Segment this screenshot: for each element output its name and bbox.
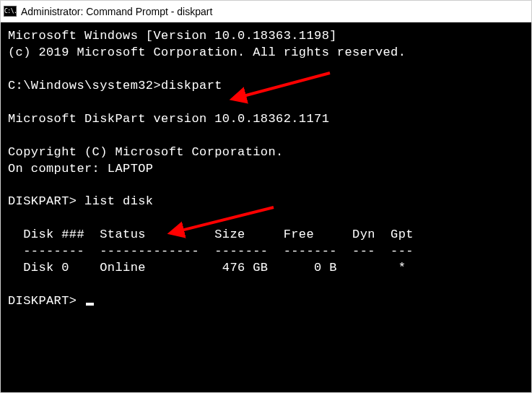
output-line: (c) 2019 Microsoft Corporation. All righ…: [8, 45, 524, 61]
blank-line: [8, 177, 524, 194]
output-line: Microsoft DiskPart version 10.0.18362.11…: [8, 111, 524, 128]
prompt-command: diskpart: [161, 79, 222, 92]
prompt-label: DISKPART>: [8, 294, 84, 308]
cursor: [86, 303, 94, 306]
table-row: Disk 0 Online 476 GB 0 B *: [8, 260, 524, 277]
svg-line-3: [181, 207, 274, 230]
output-line: On computer: LAPTOP: [8, 161, 524, 178]
annotation-arrow-icon: [229, 66, 337, 109]
prompt-path: C:\Windows\system32>: [8, 79, 161, 92]
table-divider: -------- ------------- ------- ------- -…: [8, 243, 524, 260]
blank-line: [8, 277, 524, 293]
titlebar[interactable]: C:\. Administrator: Command Prompt - dis…: [1, 1, 531, 22]
terminal-area[interactable]: Microsoft Windows [Version 10.0.18363.11…: [1, 22, 531, 392]
prompt-line: DISKPART>: [8, 293, 524, 310]
command-prompt-window: C:\. Administrator: Command Prompt - dis…: [0, 0, 532, 393]
window-title: Administrator: Command Prompt - diskpart: [21, 6, 212, 17]
cmd-icon: C:\.: [4, 6, 17, 17]
svg-line-1: [243, 73, 330, 96]
output-line: Microsoft Windows [Version 10.0.18363.11…: [8, 28, 524, 45]
blank-line: [8, 128, 524, 144]
prompt-label: DISKPART>: [8, 194, 84, 208]
prompt-command: list disk: [84, 194, 153, 208]
output-line: Copyright (C) Microsoft Corporation.: [8, 144, 524, 161]
annotation-arrow-icon: [167, 200, 282, 243]
